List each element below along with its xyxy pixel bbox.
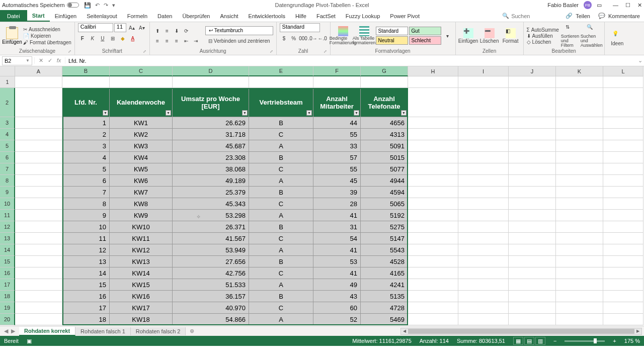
cell-J8[interactable] [509, 175, 556, 187]
cell-B6[interactable]: 4 [62, 152, 110, 163]
cell-I18[interactable] [458, 291, 509, 302]
cell-K2[interactable] [556, 88, 603, 117]
cell-G14[interactable]: 5543 [361, 244, 408, 256]
cell-G19[interactable]: 4728 [361, 302, 408, 314]
format-as-table-button[interactable]: Als Tabelle formatieren [355, 26, 374, 45]
cell-F7[interactable]: 55 [313, 163, 361, 175]
col-header-E[interactable]: E [249, 66, 313, 76]
view-switcher[interactable]: ▦ ▤ ▥ [513, 337, 545, 345]
cell-K1[interactable] [556, 76, 603, 88]
cell-B1[interactable] [62, 76, 110, 88]
percent-icon[interactable]: % [289, 34, 298, 43]
save-icon[interactable]: 💾 [84, 2, 91, 9]
paste-button[interactable]: Einfügen [3, 27, 21, 45]
cell-J6[interactable] [509, 152, 556, 163]
cell-B18[interactable]: 16 [62, 291, 110, 302]
cell-B20[interactable]: 18 [62, 314, 110, 325]
cell-F6[interactable]: 57 [313, 152, 361, 163]
col-header-K[interactable]: K [556, 66, 603, 76]
cell-K10[interactable] [556, 198, 603, 210]
row-header-8[interactable]: 8 [0, 175, 15, 187]
filter-icon[interactable]: ▼ [166, 110, 171, 116]
tab-file[interactable]: Datei [0, 10, 27, 22]
cell-D19[interactable]: 40.970 [173, 302, 249, 314]
row-header-17[interactable]: 17 [0, 279, 15, 291]
col-header-G[interactable]: G [361, 66, 408, 76]
qat-customize-icon[interactable]: ▾ [112, 2, 115, 9]
cell-H3[interactable] [408, 117, 458, 129]
cell-D16[interactable]: 42.756 [173, 267, 249, 279]
cell-B14[interactable]: 12 [62, 244, 110, 256]
row-header-3[interactable]: 3 [0, 117, 15, 129]
cell-G9[interactable]: 4594 [361, 187, 408, 198]
normal-view-icon[interactable]: ▦ [513, 337, 523, 345]
cell-H20[interactable] [408, 314, 458, 325]
cell-B9[interactable]: 7 [62, 187, 110, 198]
tab-formeln[interactable]: Formeln [122, 10, 152, 22]
cell-C12[interactable]: KW10 [110, 221, 173, 233]
cell-I12[interactable] [458, 221, 509, 233]
row-header-20[interactable]: 20 [0, 314, 15, 325]
cell-E20[interactable]: A [249, 314, 313, 325]
cell-L4[interactable] [603, 129, 643, 140]
insert-cells-button[interactable]: ➕Einfügen [459, 28, 478, 44]
ribbon-display-icon[interactable]: ▭ [597, 2, 602, 9]
cell-J11[interactable] [509, 210, 556, 221]
cell-K16[interactable] [556, 267, 603, 279]
cell-J16[interactable] [509, 267, 556, 279]
cell-B15[interactable]: 13 [62, 256, 110, 267]
cell-D3[interactable]: 26.629 [173, 117, 249, 129]
cell-D20[interactable]: 54.866 [173, 314, 249, 325]
cell-D8[interactable]: 49.189 [173, 175, 249, 187]
cell-D2[interactable]: Umsatz pro Woche [EUR]▼ [173, 88, 249, 117]
cell-D12[interactable]: 26.371 [173, 221, 249, 233]
cell-I2[interactable] [458, 88, 509, 117]
wrap-text-button[interactable]: ↩ Textumbruch [205, 26, 273, 35]
cell-E19[interactable]: C [249, 302, 313, 314]
number-format-select[interactable]: Standard [280, 23, 320, 32]
cell-I6[interactable] [458, 152, 509, 163]
cell-D14[interactable]: 53.949 [173, 244, 249, 256]
cell-L10[interactable] [603, 198, 643, 210]
cell-E6[interactable]: B [249, 152, 313, 163]
cell-J18[interactable] [509, 291, 556, 302]
cell-L16[interactable] [603, 267, 643, 279]
cell-H10[interactable] [408, 198, 458, 210]
cell-E13[interactable]: C [249, 233, 313, 244]
cell-K3[interactable] [556, 117, 603, 129]
cell-D10[interactable]: 45.343 [173, 198, 249, 210]
cell-L15[interactable] [603, 256, 643, 267]
name-box[interactable]: B2▼ [2, 56, 32, 65]
row-header-13[interactable]: 13 [0, 233, 15, 244]
user-name[interactable]: Fabio Basler [547, 2, 579, 8]
cell-A2[interactable] [15, 88, 62, 117]
align-middle-icon[interactable]: ≡ [163, 26, 172, 35]
filter-icon[interactable]: ▼ [242, 110, 248, 116]
style-standard[interactable]: Standard [376, 27, 408, 35]
cell-A15[interactable] [15, 256, 62, 267]
style-schlecht[interactable]: Schlecht [409, 36, 441, 45]
row-header-10[interactable]: 10 [0, 198, 15, 210]
cell-F12[interactable]: 31 [313, 221, 361, 233]
cell-E14[interactable]: A [249, 244, 313, 256]
cell-E9[interactable]: B [249, 187, 313, 198]
align-left-icon[interactable]: ≡ [153, 36, 162, 45]
cell-J13[interactable] [509, 233, 556, 244]
cell-G10[interactable]: 5065 [361, 198, 408, 210]
cancel-formula-icon[interactable]: ✕ [37, 57, 45, 64]
cell-J3[interactable] [509, 117, 556, 129]
cell-F2[interactable]: Anzahl Mitarbeiter▼ [313, 88, 361, 117]
page-layout-view-icon[interactable]: ▤ [524, 337, 534, 345]
cell-C5[interactable]: KW3 [110, 140, 173, 152]
cell-J2[interactable] [509, 88, 556, 117]
cell-E5[interactable]: A [249, 140, 313, 152]
col-header-H[interactable]: H [408, 66, 458, 76]
cell-H14[interactable] [408, 244, 458, 256]
cell-D17[interactable]: 51.533 [173, 279, 249, 291]
cell-L3[interactable] [603, 117, 643, 129]
cell-F13[interactable]: 54 [313, 233, 361, 244]
cell-A19[interactable] [15, 302, 62, 314]
ideas-button[interactable]: 💡Ideen [608, 31, 627, 46]
row-header-16[interactable]: 16 [0, 267, 15, 279]
cell-D6[interactable]: 23.308 [173, 152, 249, 163]
